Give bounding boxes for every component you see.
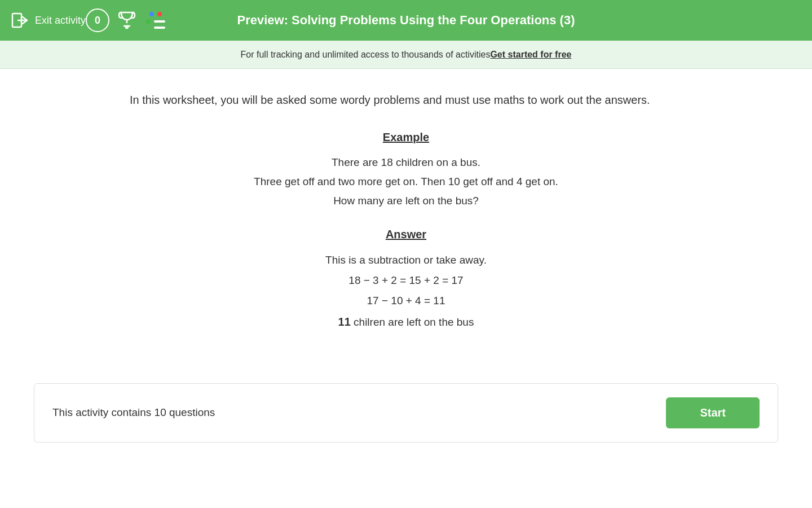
answer-line-1: This is a subtraction or take away. (130, 250, 682, 270)
dot-red (157, 12, 162, 16)
dot-blue (149, 12, 154, 16)
start-button[interactable]: Start (666, 397, 760, 428)
promo-banner: For full tracking and unlimited access t… (0, 41, 812, 69)
dots-row-top (149, 12, 162, 16)
answer-line-4-rest: chilren are left on the bus (354, 316, 474, 328)
line-row-2 (146, 27, 165, 29)
example-section: Example There are 18 children on a bus. … (130, 131, 682, 211)
answer-line-2: 18 − 3 + 2 = 15 + 2 = 17 (130, 270, 682, 291)
menu-icon[interactable] (144, 12, 167, 29)
example-line-3: How many are left on the bus? (130, 191, 682, 211)
example-heading: Example (130, 131, 682, 144)
svg-point-2 (126, 26, 128, 28)
exit-label: Exit activity (35, 15, 86, 27)
bottom-bar: This activity contains 10 questions Star… (34, 383, 778, 443)
answer-line-3: 17 − 10 + 4 = 11 (130, 291, 682, 311)
answer-bold-number: 11 (338, 316, 351, 328)
score-value: 0 (95, 15, 100, 27)
activity-title: Preview: Solving Problems Using the Four… (237, 13, 575, 28)
example-line-2: Three get off and two more get on. Then … (130, 172, 682, 191)
main-content: In this worksheet, you will be asked som… (96, 69, 716, 383)
answer-section: Answer This is a subtraction or take awa… (130, 228, 682, 332)
dot-green (146, 19, 151, 24)
answer-line-4: 11 chilren are left on the bus (130, 311, 682, 332)
exit-icon (11, 11, 29, 29)
answer-text: This is a subtraction or take away. 18 −… (130, 250, 682, 332)
line-row-1 (146, 19, 165, 24)
trophy-icon (117, 10, 137, 30)
top-navigation: Exit activity Preview: Solving Problems … (0, 0, 812, 41)
questions-count: This activity contains 10 questions (52, 406, 215, 419)
menu-line-1 (154, 20, 165, 23)
example-line-1: There are 18 children on a bus. (130, 153, 682, 172)
menu-line-2 (154, 27, 165, 29)
example-text: There are 18 children on a bus. Three ge… (130, 153, 682, 211)
answer-heading: Answer (130, 228, 682, 241)
intro-text: In this worksheet, you will be asked som… (130, 91, 682, 108)
nav-right: 0 (86, 8, 167, 32)
promo-text: For full tracking and unlimited access t… (241, 50, 491, 60)
trophy-button[interactable] (115, 8, 139, 32)
promo-cta-link[interactable]: Get started for free (490, 50, 571, 60)
exit-activity-button[interactable]: Exit activity (11, 11, 86, 29)
score-badge: 0 (86, 8, 109, 32)
